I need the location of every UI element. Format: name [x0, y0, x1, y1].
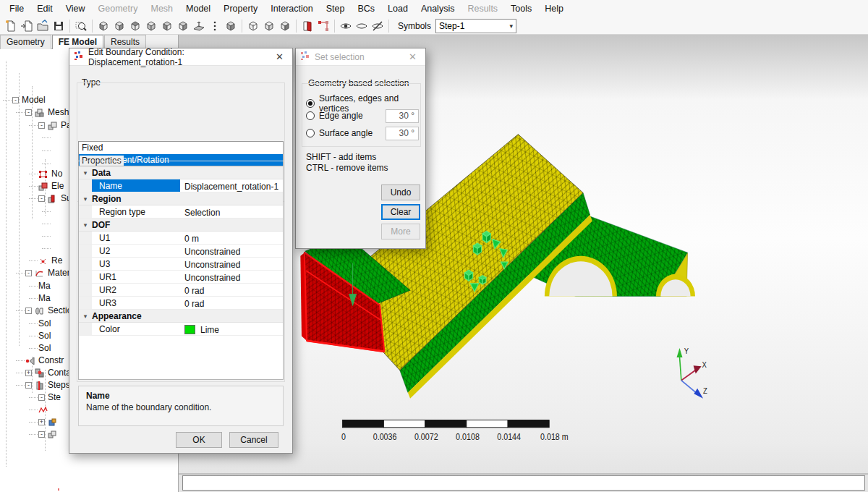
collapse-icon[interactable]: -	[25, 109, 32, 116]
clear-button[interactable]: Clear	[381, 204, 420, 220]
menu-edit[interactable]: Edit	[30, 1, 59, 16]
close-icon[interactable]: ✕	[271, 51, 288, 62]
solid-view-icon[interactable]	[261, 18, 277, 34]
grid-row-name[interactable]: NameDisplacement_rotation-1	[79, 179, 283, 192]
grid-row-value[interactable]: Lime	[180, 323, 283, 335]
menu-bcs[interactable]: BCs	[351, 1, 381, 16]
tree-item-sectio[interactable]: -Sectio	[16, 305, 72, 316]
tree-item-conta[interactable]: +Conta	[16, 367, 71, 378]
grid-row-color[interactable]: ColorLime	[79, 323, 283, 336]
grid-row-u3[interactable]: U3Unconstrained	[79, 258, 283, 271]
menu-tools[interactable]: Tools	[504, 1, 538, 16]
regenerate-tree-icon[interactable]	[315, 18, 331, 34]
tree-item-mesh[interactable]: -Mesh	[16, 106, 69, 118]
menu-interaction[interactable]: Interaction	[264, 1, 319, 16]
radio-icon[interactable]	[306, 129, 315, 137]
tree-item-steps[interactable]: -Steps (	[16, 379, 75, 391]
grid-row-ur1[interactable]: UR1Unconstrained	[79, 271, 283, 284]
tree-item[interactable]	[42, 230, 51, 242]
tree-item-ma[interactable]: Ma	[29, 280, 51, 292]
collapse-icon[interactable]: -	[25, 382, 32, 389]
show-items-icon[interactable]	[338, 18, 354, 34]
view-rotate-dots-icon[interactable]	[207, 18, 223, 34]
menu-help[interactable]: Help	[538, 1, 570, 16]
cancel-button[interactable]: Cancel	[229, 432, 278, 448]
view-top-icon[interactable]	[127, 18, 143, 34]
menu-file[interactable]: File	[3, 1, 30, 16]
color-swatch[interactable]	[184, 325, 195, 334]
bc-type-option[interactable]: Fixed	[79, 142, 283, 154]
grid-section-dof[interactable]: ▾DOF	[79, 219, 283, 232]
radio-icon[interactable]	[306, 111, 315, 120]
grid-row-value[interactable]: 0 rad	[180, 284, 283, 296]
grid-row-value[interactable]: Unconstrained	[180, 245, 283, 257]
menu-property[interactable]: Property	[217, 1, 264, 16]
tree-item-model[interactable]: -Model	[3, 94, 46, 106]
save-file-icon[interactable]	[51, 18, 67, 34]
grid-row-value[interactable]: Selection	[180, 205, 283, 218]
ok-button[interactable]: OK	[176, 432, 222, 448]
view-right-icon[interactable]	[175, 18, 191, 34]
tab-geometry[interactable]: Geometry	[0, 35, 51, 49]
menu-mesh[interactable]: Mesh	[144, 1, 179, 16]
collapse-icon[interactable]: -	[38, 122, 45, 129]
tree-item[interactable]: -	[29, 428, 61, 440]
angle-field[interactable]: 30 °	[386, 109, 419, 123]
step-selector[interactable]: Step-1▾	[435, 19, 516, 33]
expand-icon[interactable]: +	[25, 370, 32, 376]
view-back-icon[interactable]	[111, 18, 127, 34]
menu-results[interactable]: Results	[461, 1, 504, 16]
menu-view[interactable]: View	[59, 1, 92, 16]
menu-geometry[interactable]: Geometry	[92, 1, 145, 16]
radio-surface-angle[interactable]: Surface angle	[306, 128, 373, 138]
tree-item[interactable]	[42, 242, 51, 254]
collapse-icon[interactable]: -	[25, 308, 32, 314]
view-bottom-icon[interactable]	[143, 18, 159, 34]
grid-row-value[interactable]: 0 rad	[180, 297, 283, 309]
grid-row-value[interactable]: 0 m	[180, 232, 283, 244]
grid-row-ur3[interactable]: UR30 rad	[79, 297, 283, 310]
grid-section-appearance[interactable]: ▾Appearance	[79, 310, 283, 323]
tree-item[interactable]	[42, 205, 51, 217]
tree-item[interactable]	[42, 486, 64, 491]
new-file-icon[interactable]	[3, 18, 19, 34]
grid-row-u2[interactable]: U2Unconstrained	[79, 245, 283, 258]
menu-analysis[interactable]: Analysis	[414, 1, 461, 16]
more-button[interactable]: More	[381, 224, 420, 239]
collapse-icon[interactable]: -	[38, 195, 45, 202]
dialog-title-bar[interactable]: Set selection ✕	[296, 48, 425, 66]
tree-item-ele[interactable]: Ele	[29, 180, 64, 192]
tree-item[interactable]	[29, 404, 51, 415]
grid-row-value[interactable]: Unconstrained	[180, 258, 283, 270]
tree-item-sol[interactable]: Sol	[29, 330, 51, 342]
menu-step[interactable]: Step	[320, 1, 352, 16]
tree-item[interactable]	[42, 132, 51, 143]
tree-item[interactable]: +	[29, 416, 61, 428]
tree-item[interactable]	[42, 145, 51, 156]
view-normal-plane-icon[interactable]	[191, 18, 207, 34]
grid-row-ur2[interactable]: UR20 rad	[79, 284, 283, 297]
tree-item-ste[interactable]: -Ste	[29, 391, 61, 403]
tree-item-sol[interactable]: Sol	[29, 318, 51, 329]
grid-section-data[interactable]: ▾Data	[79, 166, 283, 179]
view-isometric-icon[interactable]	[223, 18, 239, 34]
open-file-icon[interactable]	[35, 18, 51, 34]
zoom-region-icon[interactable]	[73, 18, 89, 34]
view-front-icon[interactable]	[95, 18, 111, 34]
view-left-icon[interactable]	[159, 18, 175, 34]
tree-item-su[interactable]: -Su	[29, 192, 72, 204]
collapse-icon[interactable]: -	[38, 394, 45, 401]
tree-item[interactable]	[42, 218, 51, 229]
collapse-icon[interactable]: -	[25, 270, 32, 276]
wireframe-view-icon[interactable]	[245, 18, 261, 34]
tree-item-materi[interactable]: -Materi	[16, 267, 72, 279]
import-file-icon[interactable]	[19, 18, 35, 34]
section-view-icon[interactable]	[277, 18, 293, 34]
radio-edge-angle[interactable]: Edge angle	[306, 111, 363, 121]
collapse-icon[interactable]: -	[12, 97, 19, 103]
model-edit-icon[interactable]	[299, 18, 315, 34]
grid-row-value[interactable]: Displacement_rotation-1	[180, 179, 283, 192]
close-icon[interactable]: ✕	[404, 51, 421, 62]
dialog-title-bar[interactable]: Edit Boundary Condition: Displacement_ro…	[69, 48, 292, 66]
undo-button[interactable]: Undo	[381, 184, 420, 200]
